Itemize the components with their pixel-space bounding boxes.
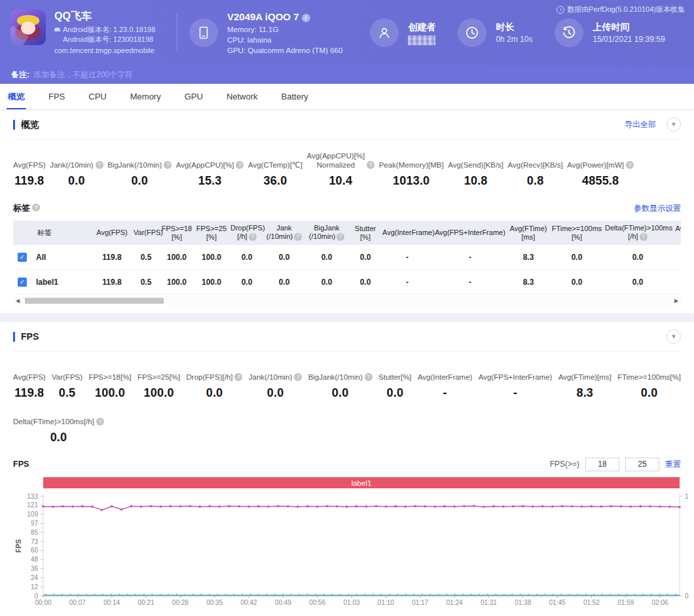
overview-metric-value: 15.3: [176, 174, 244, 188]
help-icon[interactable]: ?: [96, 161, 103, 169]
tab-Network[interactable]: Network: [225, 84, 259, 109]
help-icon[interactable]: ?: [337, 233, 344, 241]
overview-metric-label: Avg(FPS): [13, 150, 46, 170]
help-icon[interactable]: ?: [640, 233, 648, 241]
table-cell: 0.0: [350, 253, 381, 262]
column-header: 标签: [13, 226, 92, 240]
overview-metric-value: 10.4: [307, 174, 375, 188]
tab-CPU[interactable]: CPU: [87, 84, 107, 109]
row-checkbox[interactable]: ✓: [18, 278, 27, 287]
table-cell: 100.0: [160, 253, 194, 262]
fps-chart-canvas[interactable]: 0122436486073859710912113301FPSJank00:00…: [13, 490, 694, 615]
overview-metric-label: Avg(CTemp)[℃]: [248, 150, 302, 170]
scroll-thumb[interactable]: [25, 298, 164, 304]
fps-threshold-input-2[interactable]: [625, 458, 659, 471]
overview-metric-label: Avg(AppCPU)[%]?: [176, 150, 244, 170]
overview-metric-value: 0.8: [508, 174, 563, 188]
scroll-track[interactable]: [22, 297, 672, 304]
help-icon[interactable]: ?: [249, 233, 257, 241]
device-name: V2049A iQOO 7i: [227, 10, 342, 23]
report-header: QQ飞车 Android版本名: 1.23.0.18198 Android版本号…: [0, 0, 694, 65]
creator-block: 创建者: [370, 18, 435, 47]
help-icon[interactable]: ?: [294, 233, 302, 241]
svg-text:01:31: 01:31: [481, 599, 497, 606]
label-table: 标签Avg(FPS)Var(FPS)FPS>=18 [%]FPS>=25 [%]…: [13, 221, 681, 295]
column-header: Drop(FPS) [/h]?: [229, 221, 265, 244]
fps-metric: Avg(InterFrame)-: [418, 362, 473, 400]
param-display-settings-link[interactable]: 参数显示设置: [634, 203, 681, 214]
scroll-left-arrow[interactable]: ◀: [13, 298, 22, 304]
table-cell: 8.3: [507, 278, 550, 287]
fps-threshold-input-1[interactable]: [585, 458, 619, 471]
column-header: FPS>=25 [%]: [194, 222, 229, 244]
device-info-icon[interactable]: i: [302, 14, 310, 22]
fps-collapse-button[interactable]: ▼: [667, 329, 681, 344]
overview-metric: Jank(/10min)?0.0: [50, 150, 103, 188]
help-icon[interactable]: ?: [32, 204, 40, 211]
overview-metric: Avg(AppCPU)[%]?15.3: [176, 150, 244, 188]
help-icon[interactable]: ?: [294, 373, 302, 381]
help-icon[interactable]: ?: [236, 161, 244, 169]
overview-metric-label: Avg(Recv)[KB/s]: [508, 150, 563, 170]
help-icon[interactable]: ?: [626, 161, 634, 169]
fps-title: FPS: [13, 332, 39, 342]
tab-Battery[interactable]: Battery: [280, 84, 310, 109]
app-package: com.tencent.tmgp.speedmobile: [54, 46, 155, 56]
svg-text:01:38: 01:38: [515, 599, 531, 606]
tab-FPS[interactable]: FPS: [47, 84, 66, 109]
svg-text:85: 85: [31, 529, 39, 536]
overview-metric-value: 4855.8: [567, 174, 634, 188]
scroll-right-arrow[interactable]: ▶: [672, 298, 681, 304]
fps-metric-value: 119.8: [13, 386, 46, 400]
fps-metric-label: FTime>=100ms[%]: [617, 362, 681, 382]
table-cell: 100.0: [194, 253, 229, 262]
duration-label: 时长: [496, 20, 532, 33]
notes-bar[interactable]: 备注: 添加备注，不超过200个字符: [0, 65, 694, 84]
help-icon[interactable]: ?: [365, 373, 373, 381]
svg-text:02:06: 02:06: [652, 599, 668, 606]
svg-text:109: 109: [27, 511, 38, 518]
column-header: Avg(InterFrame): [381, 226, 433, 240]
column-header: Avg(FPS+InterFrame): [433, 226, 507, 240]
fps-metric-label: Drop(FPS)[/h]?: [187, 362, 243, 382]
overview-metric-label: Peak(Memory)[MB]: [379, 150, 444, 170]
row-label: label1: [36, 278, 58, 287]
overview-metric: Peak(Memory)[MB]1013.0: [379, 150, 444, 188]
tab-Memory[interactable]: Memory: [129, 84, 162, 109]
chart-title: FPS: [13, 460, 29, 469]
overview-metric-label: BigJank(/10min)?: [107, 150, 172, 170]
svg-text:00:49: 00:49: [275, 599, 291, 606]
tab-概览[interactable]: 概览: [7, 84, 26, 109]
notes-placeholder: 添加备注，不超过200个字符: [33, 69, 133, 81]
fps-threshold-label: FPS(>=): [550, 460, 579, 469]
reset-link[interactable]: 重置: [665, 459, 681, 470]
overview-metric-value: 36.0: [248, 174, 302, 188]
fps-metric: FPS>=18[%]100.0: [88, 362, 131, 400]
export-all-link[interactable]: 导出全部: [625, 119, 656, 130]
tab-bar: 概览FPSCPUMemoryGPUNetworkBattery: [0, 84, 694, 110]
svg-text:60: 60: [31, 547, 39, 554]
help-icon[interactable]: ?: [96, 418, 104, 426]
svg-text:01:59: 01:59: [617, 599, 634, 606]
help-icon[interactable]: ?: [164, 161, 172, 169]
fps-metric-value: 0.0: [378, 386, 412, 400]
svg-text:00:56: 00:56: [309, 599, 325, 606]
help-icon[interactable]: ?: [367, 161, 374, 169]
svg-text:24: 24: [31, 574, 39, 581]
row-checkbox[interactable]: ✓: [18, 253, 27, 262]
row-label: All: [36, 253, 46, 262]
column-header: Jank (/10min)?: [265, 221, 304, 244]
fps-metric-label: Avg(FPS): [13, 362, 46, 382]
overview-metric: BigJank(/10min)?0.0: [107, 150, 172, 188]
overview-metric: Avg(FPS)119.8: [13, 150, 46, 188]
help-icon[interactable]: ?: [234, 373, 242, 381]
fps-metric-value: 0.0: [249, 386, 302, 400]
table-cell: -: [433, 278, 507, 287]
table-cell: 0.5: [132, 278, 160, 287]
overview-collapse-button[interactable]: ▼: [667, 117, 681, 132]
tab-GPU[interactable]: GPU: [183, 84, 204, 109]
table-hscrollbar[interactable]: ◀ ▶: [13, 297, 681, 305]
fps-metric-value: 0.0: [187, 386, 243, 400]
row-label-cell: ✓label1: [13, 278, 92, 287]
table-cell: 15.3: [672, 253, 681, 262]
